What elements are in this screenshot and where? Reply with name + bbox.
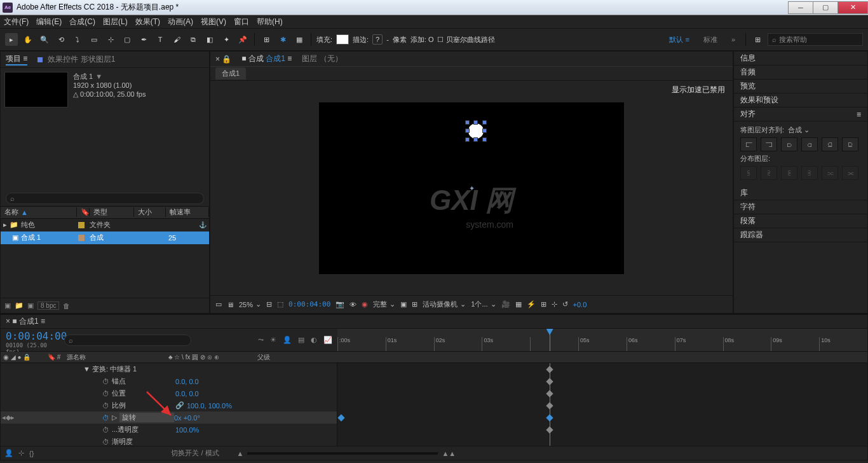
stroke-unknown-icon[interactable]: ? [372, 34, 383, 45]
align-left[interactable]: ⫍ [740, 137, 757, 151]
workspace-icon[interactable]: ⊞ [751, 33, 764, 46]
project-tab[interactable]: 项目 ≡ [6, 53, 27, 66]
project-search[interactable]: ⌕ [6, 193, 204, 204]
trash-icon[interactable]: 🗑 [63, 302, 70, 310]
row-anchor[interactable]: ⏱锚点0.0, 0.0 [1, 375, 337, 387]
help-search[interactable]: ⌕ 搜索帮助 [768, 33, 863, 46]
panel-character[interactable]: 字符 [734, 200, 867, 214]
workspace-default[interactable]: 默认 ≡ [664, 34, 694, 46]
pan-behind-tool[interactable]: ⊹ [104, 33, 117, 46]
align-vcenter[interactable]: ⫑ [822, 137, 838, 151]
keyframe[interactable] [546, 426, 553, 433]
timeline-shy-icon[interactable]: 👤 [4, 449, 13, 457]
viewer-flowchart-icon[interactable]: ⊹ [552, 300, 557, 308]
zoom-tool[interactable]: 🔍 [38, 33, 51, 46]
toggle-switches-button[interactable]: 切换开关 / 模式 [171, 448, 219, 458]
panel-tracker[interactable]: 跟踪器 [734, 228, 867, 242]
keyframe[interactable] [546, 402, 553, 409]
interpret-icon[interactable]: ▣ [4, 301, 11, 310]
viewer-pixel-icon[interactable]: ▦ [515, 300, 522, 308]
viewer-timecode[interactable]: 0:00:04:00 [288, 300, 330, 308]
playhead[interactable] [550, 329, 550, 351]
viewer-layer-tab[interactable]: 图层 （无） [302, 53, 342, 64]
menu-help[interactable]: 帮助(H) [257, 17, 283, 27]
camera-tool[interactable]: ▭ [88, 33, 100, 46]
menu-window[interactable]: 窗口 [234, 17, 249, 27]
timeline-brackets-icon[interactable]: {} [29, 450, 34, 457]
panel-audio[interactable]: 音频 [734, 66, 867, 79]
motion-blur-icon[interactable]: ◐ [311, 336, 317, 344]
row-opacity-start[interactable]: ⏱...透明度100.0% [1, 424, 337, 436]
viewer-mask-icon[interactable]: ⬚ [277, 300, 283, 308]
frame-blend-icon[interactable]: ▤ [298, 336, 304, 344]
zoom-slider[interactable] [247, 452, 438, 455]
align-top[interactable]: ⫏ [801, 137, 818, 151]
bezier-checkbox[interactable]: ☐ 贝塞尔曲线路径 [437, 35, 494, 45]
panel-paragraph[interactable]: 段落 [734, 214, 867, 228]
orbit-tool[interactable]: ⟲ [55, 33, 67, 46]
col-name[interactable]: 名称 ▲ [1, 207, 77, 217]
viewer-resolution-icon[interactable]: ▭ [215, 300, 222, 308]
pen-tool[interactable]: ✒ [137, 33, 150, 46]
align-right[interactable]: ⫐ [781, 137, 797, 151]
viewer-snapshot-icon[interactable]: 📷 [336, 300, 344, 308]
viewer-transparency-icon[interactable]: 🖥 [227, 301, 234, 308]
new-comp-icon[interactable]: ▣ [27, 301, 34, 310]
project-item-folder[interactable]: ▸📁 纯色 文件夹 ⚓ [1, 219, 209, 232]
effect-controls-tab[interactable]: 效果控件 形状图层1 [37, 54, 115, 65]
add-kf-icon[interactable]: ◆ [6, 413, 11, 422]
selected-shape[interactable] [466, 121, 485, 141]
graph-editor-icon[interactable]: 📈 [323, 336, 332, 344]
align-bottom[interactable]: ⫒ [842, 137, 858, 151]
panel-effects[interactable]: 效果和预设 [734, 93, 867, 107]
viewer-3d-icon[interactable]: 🎥 [501, 300, 510, 308]
draft3d-icon[interactable]: ☀ [270, 336, 276, 344]
viewer-fast-preview-icon[interactable]: ⚡ [527, 300, 536, 308]
bpc-button[interactable]: 8 bpc [37, 301, 59, 310]
new-folder-icon[interactable]: 📁 [15, 301, 24, 310]
col-source-name[interactable]: 源名称 [64, 353, 166, 362]
comp-thumbnail[interactable] [4, 72, 68, 107]
next-kf-icon[interactable]: ▸ [11, 413, 15, 422]
stopwatch-icon[interactable]: ⏱ [102, 426, 109, 434]
local-axis-icon[interactable]: ⊞ [260, 33, 273, 46]
stroke-width[interactable]: - [386, 36, 389, 43]
stopwatch-icon[interactable]: ⏱ [102, 390, 109, 397]
col-type[interactable]: 类型 [90, 207, 134, 217]
eraser-tool[interactable]: ◧ [203, 33, 216, 46]
workspace-more[interactable]: » [726, 34, 740, 45]
keyframe[interactable] [546, 366, 553, 373]
brush-tool[interactable]: 🖌 [170, 33, 183, 46]
fill-swatch[interactable] [336, 34, 349, 45]
viewer-lock-tab[interactable]: × 🔒 [215, 55, 231, 64]
row-opacity-end[interactable]: ⏱渐明度 [1, 436, 337, 446]
timeline-ruler[interactable]: :00s 01s 02s 03s 05s 06s 07s 08s 09s 10s [337, 329, 867, 351]
menu-file[interactable]: 文件(F) [4, 17, 29, 27]
viewer-subtab[interactable]: 合成1 [215, 67, 246, 79]
menu-view[interactable]: 视图(V) [201, 17, 226, 27]
viewer-comp-tab[interactable]: ■ 合成 合成1 ≡ [241, 53, 292, 64]
snap-icon[interactable]: ✱ [276, 33, 289, 46]
timeline-track-area[interactable] [337, 363, 867, 446]
keyframe[interactable] [546, 390, 553, 397]
zoom-out-icon[interactable]: ▲ [237, 450, 244, 457]
maximize-button[interactable]: ▢ [813, 1, 838, 14]
viewer-channel-icon[interactable]: ◉ [362, 300, 368, 308]
timeline-search[interactable]: ⌕ [64, 335, 191, 346]
keyframe-rotation-start[interactable] [337, 414, 344, 421]
hand-tool[interactable]: ✋ [22, 33, 34, 46]
roto-tool[interactable]: ✦ [220, 33, 233, 46]
stopwatch-icon[interactable]: ⏱ [102, 414, 109, 422]
zoom-in-icon[interactable]: ▲▲ [442, 450, 456, 457]
link-icon[interactable]: 🔗 [175, 401, 184, 410]
minimize-button[interactable]: ─ [788, 1, 813, 14]
close-button[interactable]: ✕ [837, 1, 868, 14]
panel-align[interactable]: 对齐≡ [734, 107, 867, 121]
viewer-exposure[interactable]: +0.0 [573, 301, 587, 308]
viewer-camera[interactable]: 活动摄像机 ⌄ [423, 300, 466, 309]
rotate-tool[interactable]: ⤵ [71, 33, 84, 46]
col-size[interactable]: 大小 [134, 207, 166, 217]
row-transform-repeater[interactable]: ▼ 变换: 中继器 1 [1, 363, 337, 375]
viewer-zoom[interactable]: 25% ⌄ [239, 300, 261, 308]
keyframe-rotation[interactable] [546, 414, 553, 421]
